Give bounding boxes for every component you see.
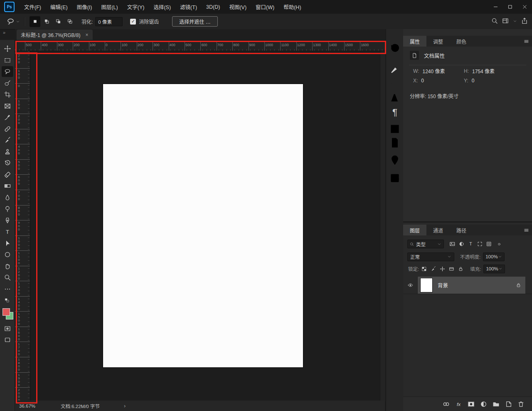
edit-toolbar[interactable] (2, 284, 13, 295)
comments-panel-icon[interactable] (389, 155, 401, 166)
canvas-document[interactable] (103, 84, 303, 367)
lock-artboard-nesting-icon[interactable] (449, 266, 454, 272)
close-window-button[interactable] (517, 0, 532, 14)
maximize-window-button[interactable] (503, 0, 517, 14)
lock-all-icon[interactable] (458, 266, 463, 272)
share-button[interactable] (521, 17, 528, 25)
swap-colors[interactable] (2, 295, 13, 306)
zoom-level-field[interactable]: 36.67% (19, 404, 55, 409)
type-tool[interactable]: T (2, 226, 13, 237)
marquee-tool[interactable] (2, 55, 13, 66)
menu-item-10[interactable]: 帮助(H) (279, 0, 305, 14)
move-tool[interactable] (2, 43, 13, 54)
quick-selection-tool[interactable] (2, 78, 13, 89)
menu-item-8[interactable]: 视图(V) (224, 0, 251, 14)
menu-item-2[interactable]: 图像(I) (72, 0, 97, 14)
quick-mask-mode[interactable] (2, 323, 13, 334)
opacity-input[interactable]: 100% (483, 253, 505, 261)
lock-transparent-pixels-icon[interactable] (421, 266, 427, 272)
frame-tool[interactable] (2, 101, 13, 111)
hand-tool[interactable] (2, 261, 13, 272)
dodge-tool[interactable] (2, 203, 13, 214)
history-brush-tool[interactable] (2, 158, 13, 168)
select-and-mask-button[interactable]: 选择并遮住 … (172, 16, 217, 27)
menu-item-0[interactable]: 文件(F) (20, 0, 46, 14)
character-panel-icon[interactable] (389, 92, 401, 103)
zoom-tool[interactable] (2, 272, 13, 283)
panel-menu-icon[interactable] (524, 39, 529, 44)
tab-paths[interactable]: 路径 (450, 225, 473, 235)
layer-style-icon[interactable]: fx (455, 401, 462, 408)
layer-filter-type-select[interactable]: 类型 (407, 240, 444, 248)
smart-object-filter-icon[interactable] (486, 241, 492, 247)
menu-item-6[interactable]: 滤镜(T) (175, 0, 202, 14)
shape-tool[interactable] (2, 249, 13, 260)
paragraph-panel-icon[interactable]: ¶ (389, 106, 401, 117)
new-adjustment-layer-icon[interactable] (480, 401, 487, 408)
intersect-selection-button[interactable] (64, 16, 75, 27)
lock-position-icon[interactable] (440, 266, 445, 272)
layer-thumbnail[interactable] (420, 278, 433, 292)
menu-item-9[interactable]: 窗口(W) (251, 0, 279, 14)
menu-item-5[interactable]: 选择(S) (149, 0, 175, 14)
blur-tool[interactable] (2, 192, 13, 203)
eyedropper-tool[interactable] (2, 112, 13, 123)
eraser-tool[interactable] (2, 169, 13, 180)
brushes-panel-icon[interactable] (389, 76, 401, 87)
close-tab-icon[interactable]: × (86, 32, 89, 38)
path-selection-tool[interactable] (2, 238, 13, 249)
tab-channels[interactable]: 通道 (426, 225, 450, 235)
pen-tool[interactable] (2, 215, 13, 226)
clone-stamp-tool[interactable] (2, 146, 13, 157)
anti-alias-checkbox[interactable]: ✓ (130, 19, 136, 25)
menu-item-7[interactable]: 3D(D) (202, 0, 224, 14)
add-to-selection-button[interactable] (41, 16, 52, 27)
menu-item-4[interactable]: 文字(Y) (123, 0, 149, 14)
status-chevron-icon[interactable]: › (124, 403, 126, 409)
new-group-icon[interactable] (493, 401, 500, 408)
tab-color[interactable]: 颜色 (450, 36, 473, 47)
filter-toggle-icon[interactable] (497, 242, 501, 246)
learn-panel-icon[interactable] (389, 192, 401, 203)
document-tab[interactable]: 未标题-1 @ 36.7%(RGB/8) × (17, 30, 93, 40)
subtract-from-selection-button[interactable] (53, 16, 64, 27)
menu-item-3[interactable]: 图层(L) (96, 0, 122, 14)
menu-item-1[interactable]: 编辑(E) (46, 0, 72, 14)
pixel-layer-filter-icon[interactable] (450, 241, 455, 247)
swatches-panel-icon[interactable] (389, 124, 401, 134)
canvas-scrollbar[interactable] (380, 51, 385, 401)
new-layer-icon[interactable] (505, 401, 512, 408)
delete-layer-icon[interactable] (517, 401, 525, 408)
clone-source-panel-icon[interactable] (389, 173, 401, 183)
adjustment-layer-filter-icon[interactable] (459, 241, 464, 247)
layer-row-background[interactable]: 背景 (403, 277, 532, 294)
tab-layers[interactable]: 图层 (403, 225, 426, 235)
blend-mode-select[interactable]: 正常 (407, 253, 454, 261)
layer-visibility-cell[interactable] (403, 277, 418, 294)
brush-settings-panel-icon[interactable] (389, 63, 401, 74)
shape-layer-filter-icon[interactable] (477, 241, 483, 247)
new-selection-button[interactable] (30, 16, 40, 27)
feather-input[interactable]: 0 像素 (95, 17, 123, 26)
panel-menu-icon[interactable] (524, 228, 529, 233)
crop-tool[interactable] (2, 89, 13, 100)
foreground-color-swatch[interactable] (2, 308, 10, 316)
fill-input[interactable]: 100% (483, 265, 505, 273)
type-layer-filter-icon[interactable]: T (468, 241, 473, 247)
tab-properties[interactable]: 属性 (403, 36, 426, 47)
gradient-tool[interactable] (2, 181, 13, 191)
tab-adjustments[interactable]: 调整 (426, 36, 450, 47)
workspace-chevron-down-button[interactable] (513, 19, 517, 25)
layer-lock-icon[interactable] (516, 282, 521, 288)
active-tool-preview[interactable] (7, 17, 20, 25)
toolbar-expander-icon[interactable]: » (3, 30, 5, 35)
workspace-switcher-button[interactable] (502, 17, 509, 25)
search-button[interactable] (491, 17, 498, 25)
lasso-tool[interactable] (2, 66, 13, 77)
libraries-panel-icon[interactable] (389, 137, 401, 148)
brush-tool[interactable] (2, 135, 13, 146)
add-layer-mask-icon[interactable] (468, 401, 475, 408)
link-layers-icon[interactable] (443, 401, 450, 408)
lock-image-pixels-icon[interactable] (431, 266, 436, 272)
history-panel-icon[interactable] (389, 43, 401, 54)
